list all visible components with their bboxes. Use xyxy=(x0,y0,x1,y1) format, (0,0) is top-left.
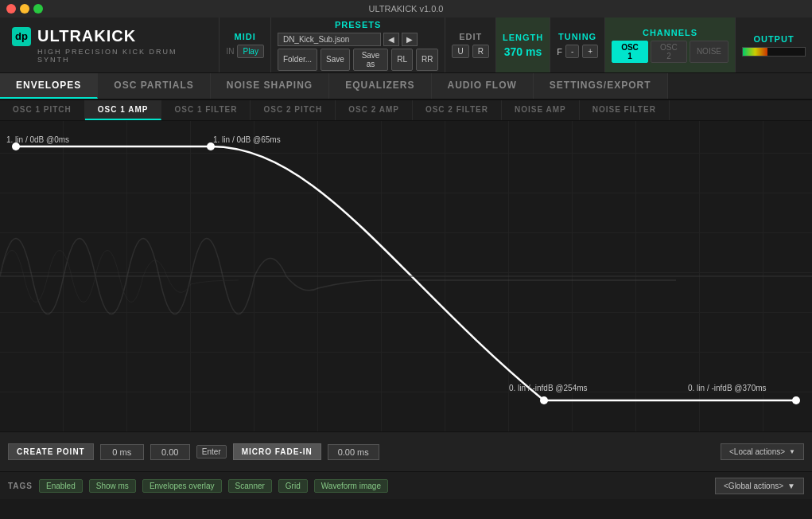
create-point-button[interactable]: CREATE POINT xyxy=(8,443,94,460)
edit-label: EDIT xyxy=(459,32,482,41)
midi-section: MIDI IN Play xyxy=(219,18,270,72)
midi-label: MIDI xyxy=(235,32,256,41)
envelope-point-2[interactable] xyxy=(540,396,548,404)
enter-button[interactable]: Enter xyxy=(196,445,227,459)
edit-u-button[interactable]: U xyxy=(452,45,468,58)
global-actions-button[interactable]: <Global actions> ▼ xyxy=(715,478,804,494)
envelope-point-1[interactable] xyxy=(207,142,215,150)
tags-bar: TAGS Enabled Show ms Envelopes overlay S… xyxy=(0,471,812,499)
tab-settings-export[interactable]: SETTINGS/EXPORT xyxy=(534,73,668,99)
topbar: dp ULTRAKICK HIGH PRECISION KICK DRUM SY… xyxy=(0,18,812,73)
tuning-label: TUNING xyxy=(558,32,596,41)
logo-dp: dp xyxy=(12,27,31,46)
logo-subtitle: HIGH PRECISION KICK DRUM SYNTH xyxy=(37,48,207,64)
local-actions-button[interactable]: <Local actions> ▼ xyxy=(721,443,804,460)
length-value[interactable]: 370 ms xyxy=(504,45,542,58)
channels-section: CHANNELS OSC 1 OSC 2 NOISE xyxy=(604,18,735,72)
logo-section: dp ULTRAKICK HIGH PRECISION KICK DRUM SY… xyxy=(0,18,219,72)
preset-prev-button[interactable]: ◀ xyxy=(383,33,399,46)
midi-play-button[interactable]: Play xyxy=(237,45,263,58)
tag-scanner[interactable]: Scanner xyxy=(228,479,272,493)
time-input[interactable] xyxy=(100,444,144,460)
edit-r-button[interactable]: R xyxy=(472,45,489,58)
subtab-noise-amp[interactable]: NOISE AMP xyxy=(502,100,580,120)
rl-button[interactable]: RL xyxy=(391,49,413,71)
tuning-f-label: F xyxy=(557,47,562,57)
midi-in-label: IN xyxy=(226,47,234,56)
bottom-controls: CREATE POINT Enter MICRO FADE-IN <Local … xyxy=(0,431,812,471)
tag-grid[interactable]: Grid xyxy=(278,479,308,493)
window-controls xyxy=(6,4,43,14)
tag-waveform-image[interactable]: Waveform image xyxy=(314,479,388,493)
presets-section: PRESETS DN_Kick_Sub.json ◀ ▶ Folder... S… xyxy=(270,18,445,72)
value-input[interactable] xyxy=(150,444,190,460)
length-section: LENGTH 370 ms xyxy=(495,18,550,72)
tab-noise-shaping[interactable]: NOISE SHAPING xyxy=(211,73,329,99)
logo-name: ULTRAKICK xyxy=(37,27,136,45)
rr-button[interactable]: RR xyxy=(416,49,438,71)
output-meter xyxy=(742,47,806,57)
titlebar: ULTRAKICK v1.0.0 xyxy=(0,0,812,18)
tag-show-ms[interactable]: Show ms xyxy=(89,479,136,493)
presets-label: PRESETS xyxy=(278,20,439,29)
envelope-point-3[interactable] xyxy=(792,396,800,404)
global-actions-label: <Global actions> xyxy=(724,482,783,490)
tags-label: TAGS xyxy=(8,482,33,490)
edit-section: EDIT U R xyxy=(445,18,495,72)
channels-buttons: OSC 1 OSC 2 NOISE xyxy=(612,41,728,63)
channel-noise-button[interactable]: NOISE xyxy=(690,41,728,63)
midi-controls: IN Play xyxy=(226,45,263,58)
length-label: LENGTH xyxy=(503,33,543,42)
envelope-curve xyxy=(16,146,796,400)
envelope-area[interactable]: 1. lin / 0dB @0ms 1. lin / 0dB @65ms 0. … xyxy=(0,121,812,431)
tab-envelopes[interactable]: ENVELOPES xyxy=(0,73,98,99)
channel-osc2-button[interactable]: OSC 2 xyxy=(651,41,687,63)
subtab-osc1-amp[interactable]: OSC 1 AMP xyxy=(85,100,162,120)
envelope-point-0[interactable] xyxy=(12,142,20,150)
tag-enabled[interactable]: Enabled xyxy=(39,479,83,493)
preset-name[interactable]: DN_Kick_Sub.json xyxy=(278,33,381,46)
tab-osc-partials[interactable]: OSC PARTIALS xyxy=(98,73,210,99)
sub-tabs: OSC 1 PITCH OSC 1 AMP OSC 1 FILTER OSC 2… xyxy=(0,100,812,121)
tag-envelopes-overlay[interactable]: Envelopes overlay xyxy=(142,479,222,493)
maximize-button[interactable] xyxy=(33,4,43,14)
logo-top: dp ULTRAKICK xyxy=(12,27,207,46)
tuning-plus-button[interactable]: + xyxy=(582,45,598,58)
tab-audio-flow[interactable]: AUDIO FLOW xyxy=(432,73,534,99)
tuning-controls: F - + xyxy=(557,45,598,58)
micro-fade-value-input[interactable] xyxy=(328,444,379,460)
subtab-osc2-pitch[interactable]: OSC 2 PITCH xyxy=(251,100,336,120)
global-actions-arrow: ▼ xyxy=(787,482,795,490)
minimize-button[interactable] xyxy=(20,4,29,14)
tuning-section: TUNING F - + xyxy=(550,18,604,72)
subtab-osc2-amp[interactable]: OSC 2 AMP xyxy=(336,100,413,120)
preset-next-button[interactable]: ▶ xyxy=(402,33,418,46)
output-section: OUTPUT xyxy=(735,18,812,72)
save-button[interactable]: Save xyxy=(321,49,350,71)
tuning-minus-button[interactable]: - xyxy=(565,45,579,58)
output-meter-fill xyxy=(743,48,767,56)
micro-fade-button[interactable]: MICRO FADE-IN xyxy=(233,443,321,460)
folder-button[interactable]: Folder... xyxy=(278,49,317,71)
output-label: OUTPUT xyxy=(753,34,794,44)
local-actions-label: <Local actions> xyxy=(729,447,785,456)
local-actions-arrow: ▼ xyxy=(789,448,795,455)
subtab-osc2-filter[interactable]: OSC 2 FILTER xyxy=(413,100,502,120)
subtab-noise-filter[interactable]: NOISE FILTER xyxy=(580,100,670,120)
preset-controls: DN_Kick_Sub.json ◀ ▶ xyxy=(278,33,439,46)
tab-equalizers[interactable]: EQUALIZERS xyxy=(329,73,431,99)
subtab-osc1-filter[interactable]: OSC 1 FILTER xyxy=(161,100,251,120)
channels-label: CHANNELS xyxy=(643,28,697,37)
envelope-svg xyxy=(0,121,812,431)
save-as-button[interactable]: Save as xyxy=(353,49,388,71)
window-title: ULTRAKICK v1.0.0 xyxy=(369,4,444,14)
channel-osc1-button[interactable]: OSC 1 xyxy=(612,41,648,63)
main-tabs: ENVELOPES OSC PARTIALS NOISE SHAPING EQU… xyxy=(0,73,812,100)
close-button[interactable] xyxy=(6,4,16,14)
subtab-osc1-pitch[interactable]: OSC 1 PITCH xyxy=(0,100,85,120)
edit-controls: U R xyxy=(452,45,488,58)
preset-sub-controls: Folder... Save Save as RL RR xyxy=(278,49,439,71)
